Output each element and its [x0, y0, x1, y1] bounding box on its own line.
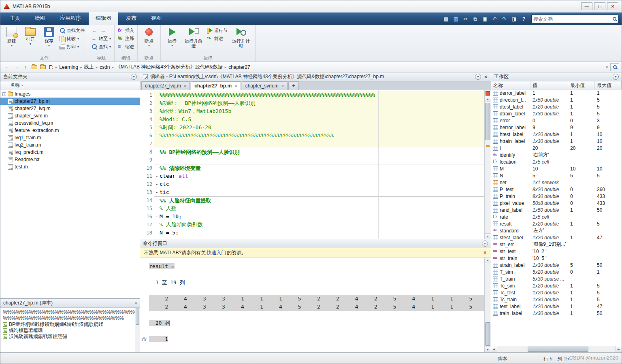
ribbon-tab-视图[interactable]: 视图: [144, 12, 168, 25]
scroll-down-icon[interactable]: ▼: [485, 347, 491, 352]
file-item[interactable]: chapter_svm.m: [0, 112, 140, 119]
new-tab-button[interactable]: +: [288, 81, 299, 90]
scrollbar-thumb[interactable]: [485, 103, 490, 140]
workspace-row[interactable]: error003: [491, 117, 622, 124]
toolbar-button-打开[interactable]: 打开▾: [22, 26, 38, 47]
toolbar-button-运行并前进[interactable]: 运行并前进: [183, 26, 204, 48]
workspace-row[interactable]: N555: [491, 172, 622, 179]
workspace-row[interactable]: rate1x5 cell: [491, 213, 622, 220]
ribbon-tab-绘图[interactable]: 绘图: [28, 12, 52, 25]
code-text[interactable]: N = 5;: [160, 229, 484, 237]
code-text[interactable]: %时间: 2022-06-20: [160, 123, 484, 132]
toolbar-button-插入[interactable]: 插入: [118, 27, 134, 34]
scroll-down-icon[interactable]: ▼: [485, 233, 491, 239]
workspace-row[interactable]: standard'左方': [491, 227, 622, 234]
file-item[interactable]: test.m: [0, 163, 140, 170]
panel-menu-icon[interactable]: ▾: [131, 74, 137, 80]
ribbon-tab-发布[interactable]: 发布: [119, 12, 143, 25]
file-item[interactable]: lvq_predict.m: [0, 149, 140, 156]
workspace-row[interactable]: str_train'10_5 ': [491, 255, 622, 262]
scrollbar-thumb[interactable]: [136, 309, 139, 325]
code-text[interactable]: M = 10;: [160, 213, 484, 221]
workspace-column-最大值[interactable]: 最大值: [595, 81, 622, 89]
workspace-hscrollbar[interactable]: ◀ ▶: [491, 346, 622, 352]
forward-icon[interactable]: →: [12, 63, 20, 71]
file-item[interactable]: chapter27_bp.m: [0, 98, 140, 105]
toolbar-button-运行节[interactable]: 运行节: [207, 27, 228, 34]
scroll-left-icon[interactable]: ◀: [491, 346, 497, 352]
toolbar-button-注释[interactable]: 注释: [118, 35, 134, 42]
code-text[interactable]: clear all: [160, 172, 484, 180]
code-text[interactable]: %%%%%%%%%%%%%%%%%%%%%%%%%%%%%%%%%%%%%%%%…: [160, 91, 484, 99]
toolbar-button-forward-nav-icon[interactable]: [100, 27, 106, 34]
fx-prompt-icon[interactable]: fx: [141, 336, 146, 344]
workspace-row[interactable]: str_err'图像9_1识别...': [491, 241, 622, 248]
workspace-column-值[interactable]: 值: [530, 81, 568, 89]
details-header[interactable]: chapter27_bp.m (脚本) ▾: [0, 299, 140, 308]
file-list-column-header[interactable]: 名称 ▴: [0, 81, 140, 89]
toolbar-button-转至[interactable]: 转至▾: [92, 35, 111, 42]
scrollbar-thumb[interactable]: [528, 347, 588, 352]
editor-tab-chapter_svm.m[interactable]: chapter_svm.m×: [242, 81, 288, 90]
folder-search-button[interactable]: [610, 63, 619, 71]
workspace-column-名称[interactable]: 名称: [491, 81, 530, 89]
workspace-row[interactable]: htrain_label1x30 double110: [491, 138, 622, 145]
code-analyzer-indicator[interactable]: [486, 91, 490, 96]
workspace-row[interactable]: rand_label1x50 double150: [491, 206, 622, 213]
panel-menu-icon[interactable]: ▾: [613, 74, 619, 80]
code-text[interactable]: % 人数: [160, 204, 484, 213]
toolbar-button-打印[interactable]: 打印▾: [60, 43, 85, 50]
code-text[interactable]: clc: [160, 180, 484, 188]
workspace-row[interactable]: result2x20 double15: [491, 220, 622, 227]
scroll-up-icon[interactable]: ▲: [485, 96, 491, 102]
file-item[interactable]: Readme.txt: [0, 156, 140, 163]
expander-icon[interactable]: +: [2, 92, 6, 96]
editor-tab-chapter27_lvq.m[interactable]: chapter27_lvq.m×: [141, 81, 190, 90]
toolbar-button-比较[interactable]: 比较▾: [60, 35, 85, 42]
quickbar-switch-window-icon[interactable]: [510, 15, 518, 23]
breadcrumb-segment[interactable]: csdn: [98, 64, 111, 71]
breadcrumb-segment[interactable]: 《MATLAB 神经网络43个案例分析》源代码&数据: [115, 63, 224, 71]
workspace-row[interactable]: herror_label999: [491, 124, 622, 131]
toolbar-button-查找文件[interactable]: 查找文件: [60, 27, 85, 34]
quickbar-copy-icon[interactable]: [471, 15, 479, 23]
toolbar-button-缩进[interactable]: 缩进: [118, 43, 134, 50]
toolbar-button-查找[interactable]: 查找▾: [92, 43, 111, 50]
workspace-row[interactable]: direction_l...1x50 double15: [491, 96, 622, 103]
ribbon-tab-主页[interactable]: 主页: [3, 12, 27, 25]
quickbar-redo-icon[interactable]: [500, 15, 509, 23]
ribbon-tab-应用程序[interactable]: 应用程序: [53, 12, 88, 25]
details-scrollbar[interactable]: [135, 308, 140, 352]
workspace-row[interactable]: Tc_train1x30 double15: [491, 296, 622, 303]
workspace-row[interactable]: i202020: [491, 145, 622, 151]
ribbon-tab-编辑器[interactable]: 编辑器: [89, 12, 118, 25]
close-tab-icon[interactable]: ×: [234, 83, 237, 88]
toolbar-button-新建[interactable]: 新建▾: [4, 26, 20, 48]
editor-scrollbar[interactable]: ▲ ▼: [484, 90, 491, 239]
workspace-row[interactable]: Tc_sim1x20 double15: [491, 282, 622, 289]
workspace-row[interactable]: T_sim5x20 double01: [491, 268, 622, 275]
workspace-row[interactable]: T_train5x30 sparse ...: [491, 275, 622, 282]
collapse-icon[interactable]: ▾: [135, 301, 137, 305]
minimize-button[interactable]: —: [581, 2, 592, 10]
code-text[interactable]: %功能： BP神经网络的预测——人脸识别: [160, 99, 484, 107]
close-button[interactable]: ×: [607, 2, 618, 10]
warning-marker[interactable]: [486, 145, 490, 147]
workspace-row[interactable]: identify'右前方': [491, 151, 622, 158]
search-icon[interactable]: [613, 17, 616, 21]
quickbar-undo-icon[interactable]: [490, 15, 499, 23]
code-text[interactable]: % 人脸朝向类别数: [160, 221, 484, 229]
quickbar-paste-icon[interactable]: [481, 15, 489, 23]
workspace-row[interactable]: P_test8x20 double0360: [491, 186, 622, 193]
scroll-right-icon[interactable]: ▶: [616, 346, 622, 352]
workspace-row[interactable]: M101010: [491, 165, 622, 172]
file-item[interactable]: +Images: [0, 90, 140, 98]
editor-tab-chapter27_bp.m[interactable]: chapter27_bp.m×: [191, 81, 241, 90]
close-tab-icon[interactable]: ×: [184, 83, 186, 88]
quickbar-desktop-icon[interactable]: [442, 15, 450, 23]
command-output[interactable]: result = 1 至 19 列 2 4 3 3 1 1 1 5 2 2 4 …: [140, 258, 484, 352]
up-folder-icon[interactable]: ↑: [21, 63, 30, 71]
panel-menu-icon[interactable]: ▾: [482, 241, 488, 247]
file-item[interactable]: lvq2_train.m: [0, 141, 140, 149]
code-text[interactable]: %%%%%%%%%%%%%%%%%%%%%%%%%%%%%%%%%%%%%%%%…: [160, 132, 484, 140]
